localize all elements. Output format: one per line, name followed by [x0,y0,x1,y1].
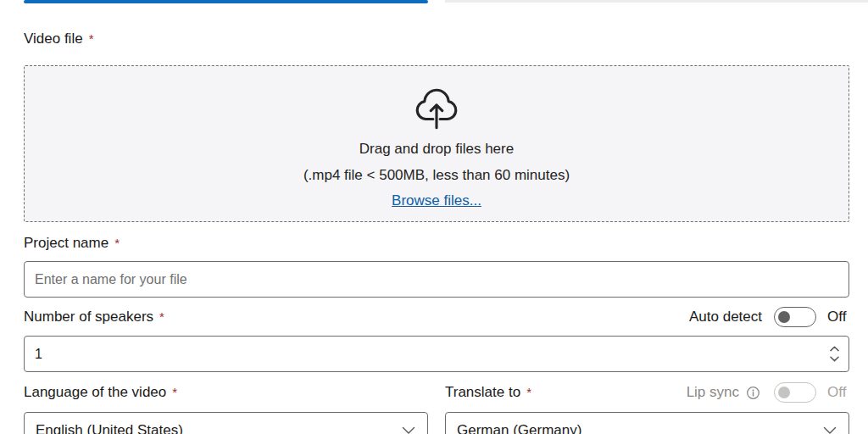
lip-sync-group: Lip sync Off [687,381,849,403]
chevron-up-icon [830,346,839,352]
project-name-input[interactable] [24,261,849,298]
required-asterisk: * [172,385,177,399]
browse-files-link[interactable]: Browse files... [392,192,481,209]
toggle-knob [778,387,790,398]
chevron-down-icon [830,356,839,362]
chevron-down-icon [823,426,837,434]
required-asterisk: * [89,31,94,46]
project-name-label-text: Project name [24,235,108,252]
target-language-label: Translate to * [445,384,531,401]
lip-sync-toggle [774,382,816,403]
number-of-speakers-label: Number of speakers * [24,309,164,326]
inactive-tab-underline[interactable] [445,0,868,3]
video-file-label: Video file * [24,31,93,47]
file-dropzone[interactable]: Drag and drop files here (.mp4 file < 50… [24,65,849,222]
active-tab-underline[interactable] [24,0,428,3]
required-asterisk: * [114,236,120,250]
info-icon[interactable] [746,386,760,400]
dropzone-requirements: (.mp4 file < 500MB, less than 60 minutes… [303,167,570,184]
auto-detect-toggle[interactable] [774,307,816,327]
source-language-label: Language of the video * [24,384,177,401]
source-language-label-text: Language of the video [24,384,166,401]
target-language-label-text: Translate to [445,384,520,401]
auto-detect-label: Auto detect [689,309,762,326]
target-language-dropdown[interactable]: German (Germany) [445,412,849,434]
number-of-speakers-label-text: Number of speakers [24,309,153,326]
lip-sync-state: Off [827,384,849,401]
spinner-controls [827,336,842,372]
chevron-down-icon [402,426,415,434]
auto-detect-group: Auto detect Off [689,306,849,328]
auto-detect-state: Off [827,309,849,326]
project-name-label: Project name * [24,235,120,252]
number-of-speakers-field [24,336,849,372]
upload-form-page: Video file * Drag and drop files here (.… [0,0,868,434]
spinner-down-button[interactable] [827,356,842,362]
required-asterisk: * [526,385,531,399]
video-file-label-text: Video file [24,31,83,47]
toggle-knob [778,311,790,323]
target-language-selected: German (Germany) [457,422,581,434]
lip-sync-label: Lip sync [687,384,739,401]
source-language-selected: English (United States) [36,422,183,434]
dropzone-instruction: Drag and drop files here [359,141,514,158]
number-of-speakers-input[interactable] [24,336,849,372]
spinner-up-button[interactable] [827,346,842,352]
cloud-upload-icon [412,85,461,137]
source-language-dropdown[interactable]: English (United States) [24,412,428,434]
required-asterisk: * [159,309,164,324]
